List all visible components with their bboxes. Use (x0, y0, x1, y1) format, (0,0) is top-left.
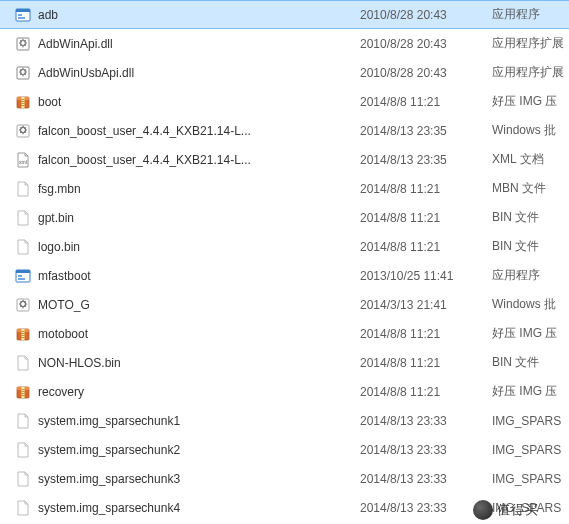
file-row[interactable]: logo.bin2014/8/8 11:21BIN 文件 (0, 232, 569, 261)
file-row[interactable]: xmlfalcon_boost_user_4.4.4_KXB21.14-L...… (0, 145, 569, 174)
file-row[interactable]: fsg.mbn2014/8/8 11:21MBN 文件 (0, 174, 569, 203)
file-date: 2010/8/28 20:43 (360, 8, 492, 22)
svg-rect-21 (18, 278, 25, 280)
file-name: adb (38, 8, 58, 22)
watermark-text: 值得买 (497, 501, 539, 519)
file-row[interactable]: mfastboot2013/10/25 11:41应用程序 (0, 261, 569, 290)
file-row[interactable]: MOTO_G2014/3/13 21:41Windows 批 (0, 290, 569, 319)
file-type: IMG_SPARS (492, 472, 569, 486)
file-name: motoboot (38, 327, 88, 341)
file-row[interactable]: adb2010/8/28 20:43应用程序 (0, 0, 569, 29)
svg-rect-29 (22, 335, 25, 336)
file-name: AdbWinUsbApi.dll (38, 66, 134, 80)
file-icon (14, 209, 32, 227)
file-type: Windows 批 (492, 296, 569, 313)
batch-icon (14, 296, 32, 314)
file-type: 应用程序扩展 (492, 64, 569, 81)
file-name: falcon_boost_user_4.4.4_KXB21.14-L... (38, 124, 251, 138)
file-name-cell: NON-HLOS.bin (14, 354, 360, 372)
file-date: 2014/8/13 23:33 (360, 443, 492, 457)
file-date: 2014/8/8 11:21 (360, 95, 492, 109)
svg-rect-1 (16, 9, 30, 12)
file-row[interactable]: motoboot2014/8/8 11:21好压 IMG 压 (0, 319, 569, 348)
svg-rect-30 (22, 337, 25, 338)
file-name: fsg.mbn (38, 182, 81, 196)
file-name-cell: falcon_boost_user_4.4.4_KXB21.14-L... (14, 122, 360, 140)
file-name-cell: AdbWinApi.dll (14, 35, 360, 53)
archive-icon (14, 325, 32, 343)
file-date: 2014/8/13 23:35 (360, 124, 492, 138)
file-type: 应用程序 (492, 267, 569, 284)
file-name: MOTO_G (38, 298, 90, 312)
file-row[interactable]: AdbWinApi.dll2010/8/28 20:43应用程序扩展 (0, 29, 569, 58)
file-date: 2014/8/8 11:21 (360, 182, 492, 196)
svg-rect-26 (22, 329, 25, 340)
file-type: 应用程序 (492, 6, 569, 23)
file-type: Windows 批 (492, 122, 569, 139)
svg-rect-33 (22, 387, 25, 398)
file-name: system.img_sparsechunk3 (38, 472, 180, 486)
file-row[interactable]: system.img_sparsechunk12014/8/13 23:33IM… (0, 406, 569, 435)
file-name: system.img_sparsechunk1 (38, 414, 180, 428)
file-name: NON-HLOS.bin (38, 356, 121, 370)
file-name: gpt.bin (38, 211, 74, 225)
file-row[interactable]: AdbWinUsbApi.dll2010/8/28 20:43应用程序扩展 (0, 58, 569, 87)
file-type: BIN 文件 (492, 354, 569, 371)
file-icon (14, 470, 32, 488)
file-name: logo.bin (38, 240, 80, 254)
batch-icon (14, 122, 32, 140)
file-name-cell: recovery (14, 383, 360, 401)
file-row[interactable]: NON-HLOS.bin2014/8/8 11:21BIN 文件 (0, 348, 569, 377)
svg-rect-37 (22, 395, 25, 396)
file-row[interactable]: falcon_boost_user_4.4.4_KXB21.14-L...201… (0, 116, 569, 145)
file-name-cell: adb (14, 6, 360, 24)
file-date: 2013/10/25 11:41 (360, 269, 492, 283)
archive-icon (14, 93, 32, 111)
file-type: XML 文档 (492, 151, 569, 168)
file-row[interactable]: system.img_sparsechunk22014/8/13 23:33IM… (0, 435, 569, 464)
file-icon (14, 238, 32, 256)
file-date: 2014/8/8 11:21 (360, 385, 492, 399)
watermark-icon (473, 500, 493, 520)
file-row[interactable]: recovery2014/8/8 11:21好压 IMG 压 (0, 377, 569, 406)
file-date: 2014/8/8 11:21 (360, 327, 492, 341)
file-name-cell: fsg.mbn (14, 180, 360, 198)
file-type: BIN 文件 (492, 209, 569, 226)
file-date: 2014/8/8 11:21 (360, 240, 492, 254)
file-icon (14, 441, 32, 459)
svg-rect-20 (18, 275, 22, 277)
file-name-cell: gpt.bin (14, 209, 360, 227)
exe-icon (14, 6, 32, 24)
file-date: 2014/8/13 23:33 (360, 414, 492, 428)
file-row[interactable]: system.img_sparsechunk32014/8/13 23:33IM… (0, 464, 569, 493)
file-date: 2014/8/8 11:21 (360, 211, 492, 225)
file-name: AdbWinApi.dll (38, 37, 113, 51)
svg-rect-10 (22, 97, 25, 108)
file-name-cell: system.img_sparsechunk3 (14, 470, 360, 488)
file-name-cell: boot (14, 93, 360, 111)
file-icon (14, 354, 32, 372)
file-date: 2014/8/13 23:35 (360, 153, 492, 167)
file-name-cell: AdbWinUsbApi.dll (14, 64, 360, 82)
file-name-cell: motoboot (14, 325, 360, 343)
file-name-cell: xmlfalcon_boost_user_4.4.4_KXB21.14-L... (14, 151, 360, 169)
file-type: 好压 IMG 压 (492, 383, 569, 400)
file-name: falcon_boost_user_4.4.4_KXB21.14-L... (38, 153, 251, 167)
file-name: mfastboot (38, 269, 91, 283)
file-type: BIN 文件 (492, 238, 569, 255)
file-date: 2014/8/13 23:33 (360, 472, 492, 486)
file-type: MBN 文件 (492, 180, 569, 197)
file-date: 2014/3/13 21:41 (360, 298, 492, 312)
svg-rect-14 (22, 105, 25, 106)
file-row[interactable]: boot2014/8/8 11:21好压 IMG 压 (0, 87, 569, 116)
file-type: 好压 IMG 压 (492, 93, 569, 110)
file-icon (14, 412, 32, 430)
file-row[interactable]: gpt.bin2014/8/8 11:21BIN 文件 (0, 203, 569, 232)
archive-icon (14, 383, 32, 401)
svg-rect-3 (18, 17, 25, 19)
file-type: IMG_SPARS (492, 414, 569, 428)
file-type: 好压 IMG 压 (492, 325, 569, 342)
file-name: system.img_sparsechunk4 (38, 501, 180, 515)
svg-rect-11 (22, 99, 25, 100)
svg-rect-13 (22, 103, 25, 104)
